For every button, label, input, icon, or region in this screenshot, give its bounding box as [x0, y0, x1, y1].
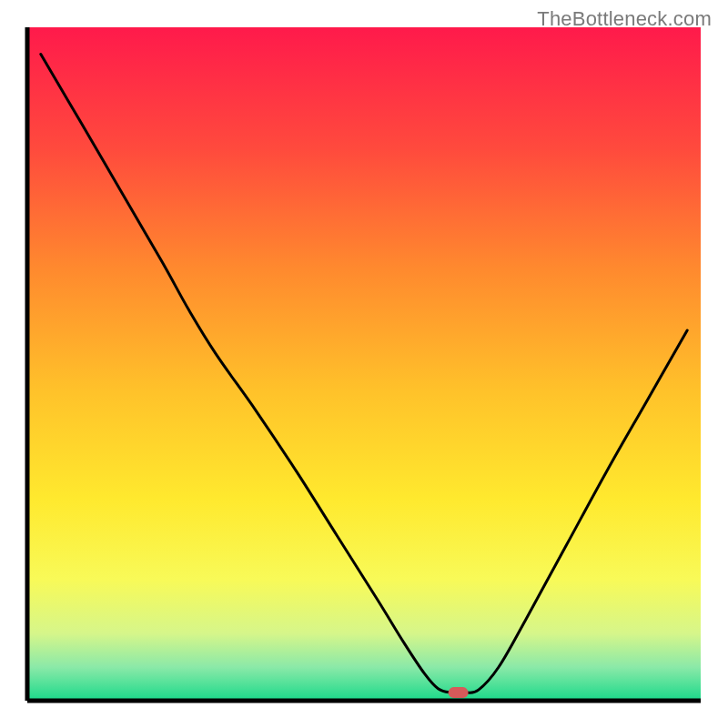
chart-container: TheBottleneck.com: [0, 0, 728, 728]
bottleneck-chart: [0, 0, 728, 728]
plot-background: [27, 27, 701, 701]
optimum-marker: [449, 687, 469, 698]
watermark-text: TheBottleneck.com: [537, 7, 712, 31]
